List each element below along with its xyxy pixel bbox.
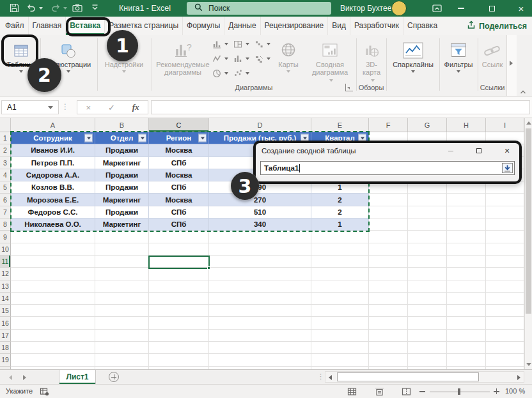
cell-A5[interactable]: Козлов В.В. [11,181,95,194]
cell-I14[interactable] [486,293,524,305]
cell-A19[interactable] [11,354,95,366]
cell-E8[interactable]: 1 [311,218,369,231]
row-header-1[interactable]: 1 [0,132,11,144]
cell-E12[interactable] [311,268,369,280]
cell-G10[interactable] [408,243,447,256]
cell-A2[interactable]: Иванов И.И. [11,144,95,157]
cell-B16[interactable] [95,317,149,329]
cell-E19[interactable] [311,354,369,366]
row-header-8[interactable]: 8 [0,218,11,231]
filters-button[interactable]: Фильтры [440,38,477,73]
ribbon-tab[interactable]: Рецензирование [260,17,328,35]
redo-dropdown-icon[interactable] [63,7,67,10]
cell-E6[interactable]: 2 [311,194,369,206]
zoom-slider-thumb[interactable] [458,388,460,395]
undo-button[interactable] [26,3,43,13]
range-input-field[interactable]: Таблица1 [260,161,515,175]
cell-G15[interactable] [408,305,447,317]
cell-A12[interactable] [11,268,95,280]
cell-G8[interactable] [408,218,447,231]
cell-D13[interactable] [209,280,311,293]
cell-D15[interactable] [209,305,311,317]
cell-A14[interactable] [11,293,95,305]
column-header-G[interactable]: G [408,118,447,132]
cell-A15[interactable] [11,305,95,317]
scroll-right-icon[interactable] [517,375,520,380]
cell-B10[interactable] [95,243,149,256]
cell-B13[interactable] [95,280,149,293]
cell-A4[interactable]: Сидорова А.А. [11,169,95,181]
zoom-out-button[interactable] [419,391,425,392]
cell-F18[interactable] [369,342,408,354]
dialog-minimize-button[interactable] [444,144,458,157]
cell-E14[interactable] [311,293,369,305]
dialog-close-icon[interactable]: × [500,144,514,157]
row-header-4[interactable]: 4 [0,169,11,181]
cell-H18[interactable] [447,342,486,354]
row-header-15[interactable]: 15 [0,305,11,317]
row-header-13[interactable]: 13 [0,280,11,293]
row-header-2[interactable]: 2 [0,144,11,157]
cell-H8[interactable] [447,218,486,231]
cell-C13[interactable] [149,280,209,293]
cell-I6[interactable] [486,194,524,206]
cell-A6[interactable]: Морозова Е.Е. [11,194,95,206]
cell-G18[interactable] [408,342,447,354]
cell-C17[interactable] [149,330,209,342]
cell-G16[interactable] [408,317,447,329]
cell-B12[interactable] [95,268,149,280]
cell-C8[interactable]: СПб [149,218,209,231]
cell-I12[interactable] [486,268,524,280]
cell-A7[interactable]: Федоров С.С. [11,206,95,218]
row-header-6[interactable]: 6 [0,194,11,206]
cell-E9[interactable] [311,231,369,243]
cell-D19[interactable] [209,354,311,366]
column-header-A[interactable]: A [11,118,95,132]
column-header-I[interactable]: I [486,118,524,132]
cell-B8[interactable]: Маркетинг [95,218,149,231]
scroll-left-icon[interactable] [329,375,332,380]
row-header-3[interactable]: 3 [0,157,11,169]
pivot-chart-button[interactable]: Сводная диаграмма [304,38,356,84]
cell-D7[interactable]: 510 [209,206,311,218]
cell-I10[interactable] [486,243,524,256]
cell-B14[interactable] [95,293,149,305]
cell-B7[interactable]: Продажи [95,206,149,218]
select-all-corner[interactable] [0,118,11,132]
cell-H19[interactable] [447,354,486,366]
cell-C10[interactable] [149,243,209,256]
column-header-E[interactable]: E [311,118,369,132]
cell-F7[interactable] [369,206,408,218]
enter-icon[interactable]: ✓ [108,103,115,112]
map3d-button[interactable]: 3D-карта [357,38,386,84]
add-sheet-button[interactable] [109,372,119,382]
ribbon-tab[interactable]: Вид [327,17,350,35]
cell-E15[interactable] [311,305,369,317]
customize-qat-button[interactable] [91,3,99,11]
cell-E13[interactable] [311,280,369,293]
cell-G13[interactable] [408,280,447,293]
cell-E17[interactable] [311,330,369,342]
cell-A17[interactable] [11,330,95,342]
cell-H10[interactable] [447,243,486,256]
page-break-view-button[interactable] [402,387,411,397]
cell-D16[interactable] [209,317,311,329]
cell-G12[interactable] [408,268,447,280]
horizontal-scroll-thumb[interactable] [337,372,479,381]
macro-record-button[interactable] [40,387,49,397]
cell-E11[interactable] [311,256,369,268]
cell-I16[interactable] [486,317,524,329]
ribbon-tab[interactable]: Разработчик [350,17,403,35]
cell-E10[interactable] [311,243,369,256]
row-header-12[interactable]: 12 [0,268,11,280]
cell-C19[interactable] [149,354,209,366]
recommended-charts-button[interactable]: ? Рекомендуемые диаграммы [153,38,212,76]
row-header-17[interactable]: 17 [0,330,11,342]
name-box[interactable]: A1 [1,100,59,114]
ribbon-tab[interactable]: Файл [1,17,28,35]
hierarchy-chart-button[interactable] [233,40,249,49]
cell-G9[interactable] [408,231,447,243]
redo-button[interactable] [50,3,67,13]
cell-D14[interactable] [209,293,311,305]
row-header-5[interactable]: 5 [0,181,11,194]
